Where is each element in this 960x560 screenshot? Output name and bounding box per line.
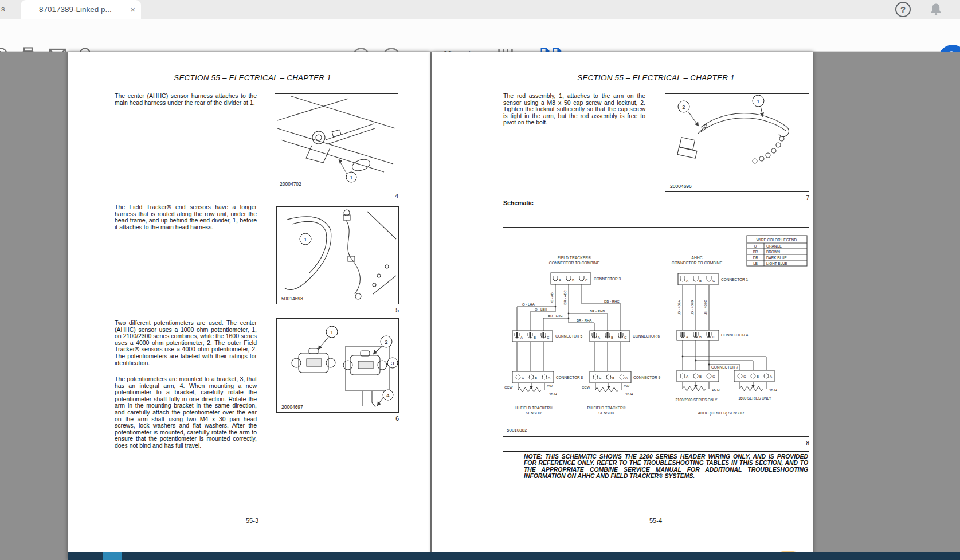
- wire-label: BR - RHA: [577, 319, 591, 322]
- resistance-label: 4K Ω: [625, 392, 633, 395]
- legend-color: BROWN: [766, 250, 781, 254]
- rh-potentiometer: [595, 383, 622, 392]
- page-footer: 55-3: [229, 517, 275, 524]
- callout-1: 1: [350, 174, 352, 181]
- note-block: NOTE: THIS SCHEMATIC SHOWS THE 2200 SERI…: [503, 451, 809, 483]
- document-viewer[interactable]: SECTION 55 – ELECTRICAL – CHAPTER 1 The …: [0, 52, 960, 560]
- svg-text:CONNECTOR 5: CONNECTOR 5: [555, 334, 583, 338]
- section-header: SECTION 55 – ELECTRICAL – CHAPTER 1: [503, 73, 809, 82]
- connector-4: A B C CONNECTOR 4: [677, 330, 749, 340]
- legend-code: LB: [753, 261, 758, 265]
- callout-1: 1: [304, 236, 307, 242]
- svg-text:B: B: [611, 336, 613, 339]
- svg-text:B: B: [572, 279, 574, 282]
- svg-text:A: A: [559, 279, 561, 282]
- svg-text:CONNECTOR 6: CONNECTOR 6: [633, 334, 660, 338]
- figure-number: 5: [376, 307, 399, 314]
- pdf-toolbar: / 124: [0, 19, 960, 52]
- paragraph: The Field Tracker® end sensors have a lo…: [115, 204, 257, 230]
- ahhc-header: AHHC: [691, 256, 702, 260]
- svg-text:C: C: [547, 336, 550, 339]
- cw-label: CW: [624, 385, 629, 388]
- wire-label: LB - 407A: [677, 300, 681, 316]
- taskbar-item[interactable]: [103, 552, 122, 560]
- figure-number: 8: [786, 440, 809, 447]
- partial-tab[interactable]: s: [1, 5, 5, 13]
- svg-text:A: A: [686, 335, 688, 339]
- ahhc-pot-2100: [683, 382, 709, 391]
- connector-5: A B C CONNECTOR 5: [512, 331, 583, 342]
- resistance-label: 4K Ω: [549, 392, 557, 395]
- resistance-label: 1K Ω: [712, 388, 720, 391]
- paragraph: Two different potentiometers are used. T…: [115, 320, 257, 366]
- wire-label: LB - 407B: [691, 300, 694, 316]
- series-note: 2100/2300 SERIES ONLY: [675, 398, 718, 402]
- ahhc-sensor-label: AHHC (CENTER) SENSOR: [698, 411, 745, 416]
- callout-4: 4: [386, 392, 389, 398]
- header-rule: [503, 85, 809, 85]
- svg-text:C: C: [624, 336, 627, 339]
- wiring-schematic: WIRE COLOR LEGEND O ORANGE BR BROWN DB D…: [503, 227, 809, 437]
- photo-id: 50010882: [507, 428, 527, 433]
- svg-text:CONNECTOR 4: CONNECTOR 4: [721, 333, 749, 337]
- lh-sensor-label: LH FIELD TRACKER®: [515, 406, 553, 410]
- document-tab[interactable]: 87017389-Linked p... ×: [21, 0, 141, 19]
- svg-text:B: B: [699, 375, 702, 378]
- legend-code: BR: [753, 250, 758, 254]
- sensor-wires: [517, 342, 621, 371]
- wire-label: O - LBH: [535, 308, 547, 311]
- ahhc-wires: [683, 285, 766, 370]
- legend-color: DARK BLUE: [766, 256, 787, 260]
- header-rule: [106, 85, 399, 85]
- connector-6: A B C CONNECTOR 6: [590, 331, 660, 342]
- svg-text:C: C: [712, 375, 715, 378]
- ahhc-pot-1600: [740, 382, 766, 391]
- ft-header: CONNECTOR TO COMBINE: [549, 261, 600, 265]
- bell-glyph: [927, 2, 945, 18]
- figure-number: 4: [375, 193, 398, 199]
- callout-2: 2: [385, 339, 387, 345]
- ccw-label: CCW: [582, 386, 590, 389]
- connector-3: A B C CONNECTOR 3: [551, 273, 621, 284]
- svg-text:A: A: [625, 376, 628, 379]
- ahhc-header: CONNECTOR TO COMBINE: [672, 261, 723, 265]
- svg-text:A: A: [548, 376, 550, 379]
- callout-2: 2: [682, 104, 685, 110]
- ccw-label: CCW: [504, 386, 513, 389]
- tab-close-icon[interactable]: ×: [130, 5, 135, 14]
- photo-id: 20004702: [280, 181, 301, 187]
- connector-7-label: CONNECTOR 7: [711, 365, 739, 369]
- series-note: 1600 SERIES ONLY: [738, 396, 771, 400]
- resistance-label: 4K Ω: [769, 388, 777, 391]
- figure-6-illustration: 1 2 3 4 20004697: [276, 318, 399, 413]
- svg-text:C: C: [712, 279, 715, 283]
- connector-7: A B C: [677, 370, 719, 382]
- wire-label: BR - LHC: [548, 314, 563, 318]
- legend-code: DB: [753, 256, 758, 260]
- wire-label: BR - RHB: [590, 310, 605, 313]
- wire-label: BR - ABC: [563, 290, 567, 305]
- photo-id: 50014698: [281, 296, 303, 301]
- svg-text:CONNECTOR 1: CONNECTOR 1: [721, 277, 749, 281]
- notifications-bell-icon[interactable]: [927, 2, 945, 18]
- page-55-3: SECTION 55 – ELECTRICAL – CHAPTER 1 The …: [68, 52, 430, 560]
- wire-color-legend: WIRE COLOR LEGEND O ORANGE BR BROWN DB D…: [747, 236, 807, 266]
- photo-id: 20004696: [670, 183, 692, 189]
- page-55-4: SECTION 55 – ELECTRICAL – CHAPTER 1 The …: [432, 52, 813, 560]
- legend-code: O: [754, 244, 757, 248]
- svg-text:B: B: [699, 335, 702, 339]
- figure-4-illustration: 1 20004702: [275, 93, 398, 190]
- legend-title: WIRE COLOR LEGEND: [757, 238, 797, 242]
- rh-sensor-label: SENSOR: [598, 411, 614, 415]
- svg-text:CONNECTOR 9: CONNECTOR 9: [633, 375, 661, 379]
- svg-text:B: B: [612, 376, 614, 379]
- svg-text:B: B: [535, 376, 537, 379]
- legend-color: ORANGE: [766, 244, 782, 248]
- section-header: SECTION 55 – ELECTRICAL – CHAPTER 1: [106, 73, 399, 82]
- connector-1600: C B A: [734, 370, 774, 382]
- callout-1: 1: [330, 329, 333, 335]
- help-icon[interactable]: ?: [895, 2, 911, 17]
- svg-text:B: B: [699, 279, 702, 283]
- svg-text:A: A: [598, 336, 600, 339]
- connector-1: A B C CONNECTOR 1: [678, 273, 749, 285]
